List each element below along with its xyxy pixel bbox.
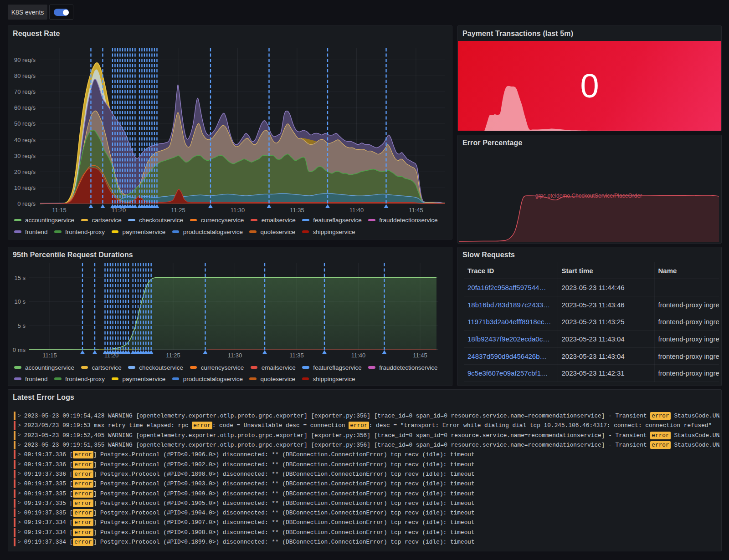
svg-text:90 req/s: 90 req/s xyxy=(14,56,36,63)
svg-text:10 s: 10 s xyxy=(14,298,26,305)
svg-text:40 req/s: 40 req/s xyxy=(14,137,36,143)
svg-text:0 ms: 0 ms xyxy=(13,346,26,353)
svg-text:11:40: 11:40 xyxy=(349,207,364,214)
svg-text:50 req/s: 50 req/s xyxy=(14,120,36,127)
svg-text:15 s: 15 s xyxy=(14,275,26,281)
svg-text:60 req/s: 60 req/s xyxy=(14,104,36,111)
svg-text:70 req/s: 70 req/s xyxy=(14,88,36,95)
svg-text:0 req/s: 0 req/s xyxy=(17,200,36,207)
svg-text:grpc.oteldemo.CheckoutService/: grpc.oteldemo.CheckoutService/PlaceOrder xyxy=(535,193,642,199)
svg-text:11:35: 11:35 xyxy=(290,207,304,214)
svg-text:11:30: 11:30 xyxy=(231,207,245,214)
svg-text:11:15: 11:15 xyxy=(42,352,57,359)
svg-text:11:25: 11:25 xyxy=(171,207,185,214)
svg-text:20 req/s: 20 req/s xyxy=(14,168,36,175)
svg-text:11:35: 11:35 xyxy=(289,352,304,359)
svg-text:11:20: 11:20 xyxy=(104,352,119,359)
svg-text:11:20: 11:20 xyxy=(112,207,126,214)
svg-text:30 req/s: 30 req/s xyxy=(14,153,36,159)
svg-text:10 req/s: 10 req/s xyxy=(14,184,36,191)
svg-text:80 req/s: 80 req/s xyxy=(14,72,36,79)
svg-text:11:15: 11:15 xyxy=(52,207,67,214)
svg-text:11:40: 11:40 xyxy=(351,352,366,359)
svg-text:11:30: 11:30 xyxy=(228,352,242,359)
svg-text:11:25: 11:25 xyxy=(166,352,180,359)
svg-text:11:45: 11:45 xyxy=(409,207,423,214)
svg-text:11:45: 11:45 xyxy=(413,352,427,359)
svg-text:5 s: 5 s xyxy=(18,322,26,329)
